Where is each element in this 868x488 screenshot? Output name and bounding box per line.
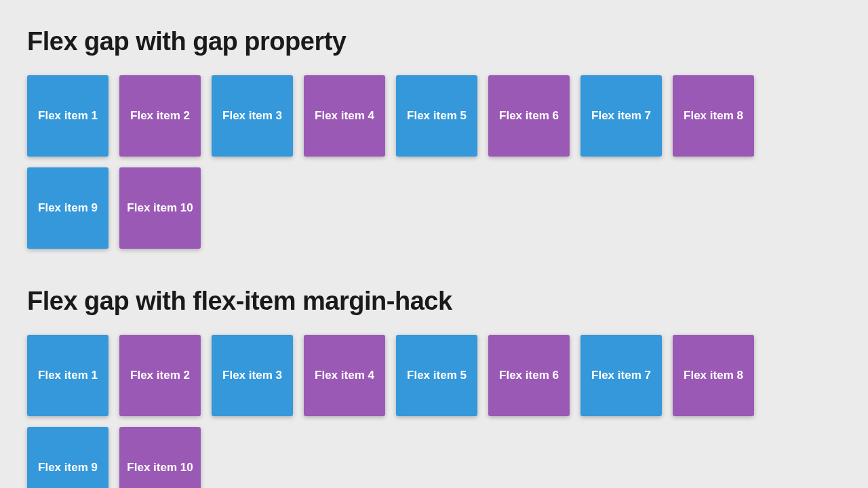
flex-item-label: Flex item 3 — [222, 368, 282, 383]
flex-item: Flex item 3 — [212, 335, 293, 416]
flex-item: Flex item 6 — [488, 335, 570, 416]
flex-item-label: Flex item 6 — [499, 108, 559, 123]
flex-item: Flex item 9 — [27, 167, 108, 249]
flex-item-label: Flex item 10 — [127, 201, 193, 216]
flex-item-label: Flex item 9 — [38, 201, 98, 216]
flex-item-label: Flex item 6 — [499, 368, 559, 383]
section-heading: Flex gap with flex-item margin-hack — [27, 287, 841, 316]
flex-item: Flex item 9 — [27, 427, 108, 488]
flex-item-label: Flex item 9 — [38, 460, 98, 475]
flex-item: Flex item 6 — [488, 75, 570, 157]
flex-item: Flex item 7 — [580, 75, 662, 157]
flex-item: Flex item 7 — [580, 335, 662, 416]
flex-item: Flex item 2 — [119, 75, 201, 157]
flex-item-label: Flex item 5 — [407, 368, 467, 383]
section-margin-hack: Flex gap with flex-item margin-hack Flex… — [27, 287, 841, 488]
flex-item-label: Flex item 2 — [130, 108, 190, 123]
flex-item-label: Flex item 8 — [684, 368, 743, 383]
flex-item-label: Flex item 7 — [591, 108, 651, 123]
flex-item-label: Flex item 8 — [684, 108, 743, 123]
flex-item: Flex item 10 — [119, 427, 201, 488]
flex-item: Flex item 2 — [119, 335, 201, 416]
flex-item: Flex item 1 — [27, 335, 108, 416]
flex-item: Flex item 5 — [396, 335, 477, 416]
flex-item: Flex item 8 — [673, 335, 754, 416]
flex-item: Flex item 4 — [304, 335, 385, 416]
flex-item: Flex item 4 — [304, 75, 385, 157]
flex-item-label: Flex item 10 — [127, 460, 193, 475]
flex-item-label: Flex item 1 — [38, 108, 98, 123]
flex-item-label: Flex item 7 — [591, 368, 651, 383]
flex-item: Flex item 3 — [212, 75, 293, 157]
flex-item-label: Flex item 3 — [222, 108, 282, 123]
section-gap-property: Flex gap with gap property Flex item 1 F… — [27, 27, 841, 249]
flex-item-label: Flex item 1 — [38, 368, 98, 383]
flex-item: Flex item 1 — [27, 75, 108, 157]
flex-item: Flex item 8 — [673, 75, 754, 157]
section-heading: Flex gap with gap property — [27, 27, 841, 56]
flex-container: Flex item 1 Flex item 2 Flex item 3 Flex… — [27, 335, 841, 488]
flex-item: Flex item 10 — [119, 167, 201, 249]
flex-item-label: Flex item 5 — [407, 108, 467, 123]
flex-item-label: Flex item 2 — [130, 368, 190, 383]
flex-item: Flex item 5 — [396, 75, 477, 157]
flex-container: Flex item 1 Flex item 2 Flex item 3 Flex… — [27, 75, 841, 249]
flex-item-label: Flex item 4 — [315, 368, 374, 383]
flex-item-label: Flex item 4 — [315, 108, 374, 123]
